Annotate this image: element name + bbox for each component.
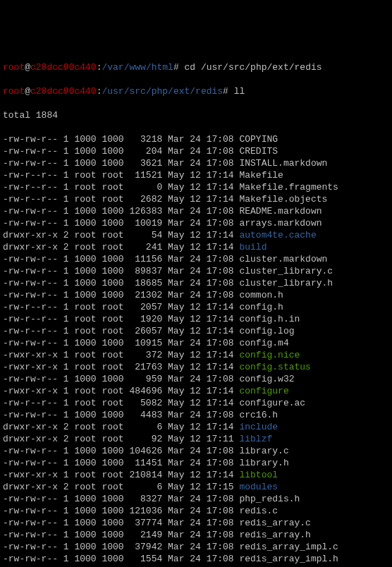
file-meta: -rw-r--r-- 1 root root 1920 May 12 17:14: [3, 314, 239, 324]
file-name: configure.ac: [239, 398, 305, 408]
file-name: common.h: [239, 290, 283, 300]
file-listing: -rw-rw-r-- 1 1000 1000 3218 Mar 24 17:08…: [3, 133, 389, 567]
file-meta: drwxr-xr-x 2 root root 6 May 12 17:15: [3, 482, 239, 492]
list-item: -rwxr-xr-x 1 root root 21763 May 12 17:1…: [3, 361, 389, 373]
file-name: redis_array.h: [239, 530, 310, 540]
file-name: cluster_library.c: [239, 266, 333, 276]
command-text: cd /usr/src/php/ext/redis: [185, 62, 322, 73]
list-item: -rwxr-xr-x 1 root root 484696 May 12 17:…: [3, 385, 389, 397]
total-line: total 1884: [3, 109, 389, 121]
file-name: Makefile: [239, 170, 283, 181]
list-item: -rw-r--r-- 1 root root 1920 May 12 17:14…: [3, 313, 389, 325]
file-name: INSTALL.markdown: [239, 158, 327, 169]
file-name: build: [239, 242, 267, 252]
list-item: drwxr-xr-x 2 root root 6 May 12 17:15 mo…: [3, 481, 389, 493]
list-item: -rw-r--r-- 1 root root 11521 May 12 17:1…: [3, 169, 389, 181]
prompt-user: root: [3, 86, 25, 97]
file-meta: -rwxr-xr-x 1 root root 484696 May 12 17:…: [3, 386, 239, 396]
prompt-path: /usr/src/php/ext/redis: [102, 86, 223, 97]
file-meta: drwxr-xr-x 2 root root 54 May 12 17:14: [3, 230, 239, 240]
list-item: -rw-rw-r-- 1 1000 1000 37774 Mar 24 17:0…: [3, 517, 389, 529]
list-item: -rw-rw-r-- 1 1000 1000 1554 Mar 24 17:08…: [3, 553, 389, 565]
file-name: config.h.in: [239, 314, 300, 324]
file-name: redis_array.c: [239, 518, 310, 528]
file-meta: drwxr-xr-x 2 root root 92 May 12 17:11: [3, 434, 239, 444]
list-item: drwxr-xr-x 2 root root 241 May 12 17:14 …: [3, 241, 389, 253]
file-meta: -rw-rw-r-- 1 1000 1000 3218 Mar 24 17:08: [3, 134, 239, 145]
list-item: drwxr-xr-x 2 root root 6 May 12 17:14 in…: [3, 421, 389, 433]
file-meta: -rw-rw-r-- 1 1000 1000 11156 Mar 24 17:0…: [3, 254, 239, 264]
file-meta: -rw-rw-r-- 1 1000 1000 104626 Mar 24 17:…: [3, 446, 239, 456]
file-meta: -rw-r--r-- 1 root root 2682 May 12 17:14: [3, 194, 239, 205]
list-item: -rw-rw-r-- 1 1000 1000 4483 Mar 24 17:08…: [3, 409, 389, 421]
file-name: config.m4: [239, 338, 288, 348]
list-item: -rw-rw-r-- 1 1000 1000 89837 Mar 24 17:0…: [3, 265, 389, 277]
file-name: libtool: [239, 470, 278, 480]
list-item: -rw-rw-r-- 1 1000 1000 37942 Mar 24 17:0…: [3, 541, 389, 553]
prompt-user: root: [3, 62, 25, 73]
list-item: -rw-rw-r-- 1 1000 1000 959 Mar 24 17:08 …: [3, 373, 389, 385]
file-meta: -rw-rw-r-- 1 1000 1000 1554 Mar 24 17:08: [3, 554, 239, 564]
list-item: -rwxr-xr-x 1 root root 372 May 12 17:14 …: [3, 349, 389, 361]
list-item: -rwxr-xr-x 1 root root 210814 May 12 17:…: [3, 469, 389, 481]
list-item: -rw-r--r-- 1 root root 26057 May 12 17:1…: [3, 325, 389, 337]
list-item: -rw-rw-r-- 1 1000 1000 3621 Mar 24 17:08…: [3, 157, 389, 169]
file-name: config.w32: [239, 374, 294, 384]
file-name: configure: [239, 386, 288, 396]
list-item: -rw-r--r-- 1 root root 0 May 12 17:14 Ma…: [3, 181, 389, 193]
file-name: arrays.markdown: [239, 218, 321, 228]
prompt-path: /var/www/html: [102, 62, 173, 73]
list-item: drwxr-xr-x 2 root root 54 May 12 17:14 a…: [3, 229, 389, 241]
file-name: autom4te.cache: [239, 230, 316, 240]
prompt-host: c28dcc90c440: [30, 86, 97, 97]
file-meta: drwxr-xr-x 2 root root 6 May 12 17:14: [3, 422, 239, 432]
file-name: cluster_library.h: [239, 278, 333, 288]
file-name: modules: [239, 482, 278, 492]
list-item: -rw-rw-r-- 1 1000 1000 8327 Mar 24 17:08…: [3, 493, 389, 505]
file-meta: -rw-r--r-- 1 root root 2057 May 12 17:14: [3, 302, 239, 312]
list-item: -rw-rw-r-- 1 1000 1000 2149 Mar 24 17:08…: [3, 529, 389, 541]
file-name: CREDITS: [239, 146, 278, 157]
list-item: -rw-rw-r-- 1 1000 1000 126383 Mar 24 17:…: [3, 205, 389, 217]
file-meta: -rw-rw-r-- 1 1000 1000 18685 Mar 24 17:0…: [3, 278, 239, 288]
list-item: -rw-r--r-- 1 root root 2682 May 12 17:14…: [3, 193, 389, 205]
file-name: redis_array_impl.c: [239, 542, 338, 552]
file-meta: drwxr-xr-x 2 root root 241 May 12 17:14: [3, 242, 239, 252]
list-item: -rw-rw-r-- 1 1000 1000 3218 Mar 24 17:08…: [3, 133, 389, 145]
file-meta: -rw-rw-r-- 1 1000 1000 8327 Mar 24 17:08: [3, 494, 239, 504]
file-name: crc16.h: [239, 410, 278, 420]
file-meta: -rwxr-xr-x 1 root root 372 May 12 17:14: [3, 350, 239, 360]
file-meta: -rw-rw-r-- 1 1000 1000 11451 Mar 24 17:0…: [3, 458, 239, 468]
list-item: -rw-rw-r-- 1 1000 1000 11156 Mar 24 17:0…: [3, 253, 389, 265]
file-meta: -rw-rw-r-- 1 1000 1000 3621 Mar 24 17:08: [3, 158, 239, 169]
list-item: -rw-rw-r-- 1 1000 1000 204 Mar 24 17:08 …: [3, 145, 389, 157]
file-meta: -rw-r--r-- 1 root root 26057 May 12 17:1…: [3, 326, 239, 336]
file-meta: -rw-rw-r-- 1 1000 1000 204 Mar 24 17:08: [3, 146, 239, 157]
list-item: -rw-rw-r-- 1 1000 1000 11451 Mar 24 17:0…: [3, 457, 389, 469]
file-meta: -rw-rw-r-- 1 1000 1000 37774 Mar 24 17:0…: [3, 518, 239, 528]
list-item: -rw-r--r-- 1 root root 5082 May 12 17:14…: [3, 397, 389, 409]
file-name: Makefile.fragments: [239, 182, 338, 193]
prompt-line: root@c28dcc90c440:/var/www/html# cd /usr…: [3, 61, 389, 73]
file-meta: -rw-rw-r-- 1 1000 1000 10019 Mar 24 17:0…: [3, 218, 239, 228]
file-meta: -rw-r--r-- 1 root root 5082 May 12 17:14: [3, 398, 239, 408]
list-item: -rw-rw-r-- 1 1000 1000 10019 Mar 24 17:0…: [3, 217, 389, 229]
list-item: -rw-rw-r-- 1 1000 1000 10915 Mar 24 17:0…: [3, 337, 389, 349]
file-name: cluster.markdown: [239, 254, 327, 264]
file-meta: -rw-rw-r-- 1 1000 1000 37942 Mar 24 17:0…: [3, 542, 239, 552]
file-meta: -rwxr-xr-x 1 root root 210814 May 12 17:…: [3, 470, 239, 480]
file-meta: -rw-rw-r-- 1 1000 1000 126383 Mar 24 17:…: [3, 206, 239, 217]
file-name: COPYING: [239, 134, 278, 145]
file-meta: -rw-rw-r-- 1 1000 1000 2149 Mar 24 17:08: [3, 530, 239, 540]
file-name: php_redis.h: [239, 494, 300, 504]
file-name: config.nice: [239, 350, 300, 360]
file-name: config.h: [239, 302, 283, 312]
file-name: redis.c: [239, 506, 278, 516]
file-meta: -rw-rw-r-- 1 1000 1000 21302 Mar 24 17:0…: [3, 290, 239, 300]
command-text: ll: [234, 86, 245, 97]
file-meta: -rwxr-xr-x 1 root root 21763 May 12 17:1…: [3, 362, 239, 372]
file-name: redis_array_impl.h: [239, 554, 338, 564]
file-name: library.h: [239, 458, 288, 468]
list-item: -rw-rw-r-- 1 1000 1000 21302 Mar 24 17:0…: [3, 289, 389, 301]
list-item: -rw-rw-r-- 1 1000 1000 104626 Mar 24 17:…: [3, 445, 389, 457]
